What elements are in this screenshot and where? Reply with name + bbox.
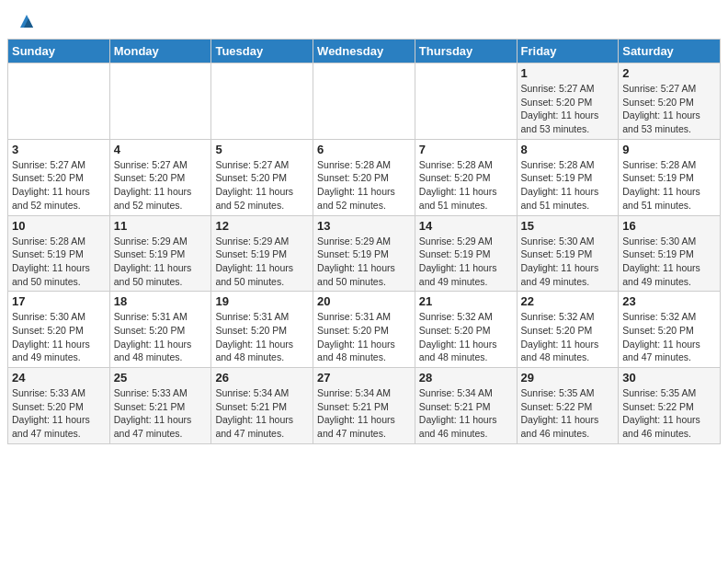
calendar-cell: 22Sunrise: 5:32 AM Sunset: 5:20 PM Dayli… [517, 292, 619, 368]
day-info: Sunrise: 5:33 AM Sunset: 5:20 PM Dayligh… [12, 386, 106, 441]
day-number: 16 [622, 219, 716, 233]
calendar-cell [8, 63, 110, 140]
day-info: Sunrise: 5:35 AM Sunset: 5:22 PM Dayligh… [622, 386, 716, 441]
calendar-week-row: 10Sunrise: 5:28 AM Sunset: 5:19 PM Dayli… [8, 215, 721, 292]
calendar-cell: 4Sunrise: 5:27 AM Sunset: 5:20 PM Daylig… [109, 139, 211, 215]
calendar-cell: 6Sunrise: 5:28 AM Sunset: 5:20 PM Daylig… [313, 139, 415, 215]
day-number: 17 [12, 294, 106, 308]
calendar-cell: 9Sunrise: 5:28 AM Sunset: 5:19 PM Daylig… [619, 139, 721, 215]
logo [15, 11, 37, 31]
day-info: Sunrise: 5:27 AM Sunset: 5:20 PM Dayligh… [215, 158, 309, 213]
calendar-cell: 7Sunrise: 5:28 AM Sunset: 5:20 PM Daylig… [415, 139, 517, 215]
day-info: Sunrise: 5:29 AM Sunset: 5:19 PM Dayligh… [215, 235, 309, 289]
day-number: 21 [419, 294, 513, 308]
day-number: 9 [622, 143, 716, 156]
day-info: Sunrise: 5:34 AM Sunset: 5:21 PM Dayligh… [215, 386, 309, 441]
day-info: Sunrise: 5:28 AM Sunset: 5:20 PM Dayligh… [419, 158, 513, 213]
day-number: 30 [622, 371, 716, 385]
header [0, 0, 728, 39]
day-number: 23 [622, 294, 716, 308]
day-info: Sunrise: 5:27 AM Sunset: 5:20 PM Dayligh… [622, 82, 716, 136]
calendar-cell: 13Sunrise: 5:29 AM Sunset: 5:19 PM Dayli… [313, 215, 415, 292]
day-info: Sunrise: 5:32 AM Sunset: 5:20 PM Dayligh… [521, 310, 615, 364]
day-info: Sunrise: 5:31 AM Sunset: 5:20 PM Dayligh… [114, 310, 208, 364]
day-number: 29 [521, 371, 615, 385]
day-number: 4 [114, 143, 208, 156]
day-info: Sunrise: 5:28 AM Sunset: 5:20 PM Dayligh… [317, 158, 411, 213]
day-info: Sunrise: 5:27 AM Sunset: 5:20 PM Dayligh… [114, 158, 208, 213]
day-info: Sunrise: 5:30 AM Sunset: 5:19 PM Dayligh… [521, 235, 615, 289]
calendar-day-header-tuesday: Tuesday [211, 40, 313, 63]
calendar-cell: 5Sunrise: 5:27 AM Sunset: 5:20 PM Daylig… [211, 139, 313, 215]
day-number: 5 [215, 143, 309, 156]
calendar-day-header-sunday: Sunday [8, 40, 110, 63]
day-info: Sunrise: 5:28 AM Sunset: 5:19 PM Dayligh… [622, 158, 716, 213]
calendar-cell: 21Sunrise: 5:32 AM Sunset: 5:20 PM Dayli… [415, 292, 517, 368]
calendar-cell: 18Sunrise: 5:31 AM Sunset: 5:20 PM Dayli… [109, 292, 211, 368]
day-info: Sunrise: 5:29 AM Sunset: 5:19 PM Dayligh… [114, 235, 208, 289]
calendar-cell: 20Sunrise: 5:31 AM Sunset: 5:20 PM Dayli… [313, 292, 415, 368]
day-info: Sunrise: 5:29 AM Sunset: 5:19 PM Dayligh… [317, 235, 411, 289]
calendar-cell [313, 63, 415, 140]
day-info: Sunrise: 5:34 AM Sunset: 5:21 PM Dayligh… [317, 386, 411, 441]
day-number: 1 [521, 66, 615, 80]
calendar-cell: 10Sunrise: 5:28 AM Sunset: 5:19 PM Dayli… [8, 215, 110, 292]
calendar-cell: 11Sunrise: 5:29 AM Sunset: 5:19 PM Dayli… [109, 215, 211, 292]
calendar-week-row: 24Sunrise: 5:33 AM Sunset: 5:20 PM Dayli… [8, 368, 721, 444]
day-number: 6 [317, 143, 411, 156]
day-info: Sunrise: 5:32 AM Sunset: 5:20 PM Dayligh… [622, 310, 716, 364]
day-number: 8 [521, 143, 615, 156]
calendar-week-row: 1Sunrise: 5:27 AM Sunset: 5:20 PM Daylig… [8, 63, 721, 140]
calendar-week-row: 3Sunrise: 5:27 AM Sunset: 5:20 PM Daylig… [8, 139, 721, 215]
day-number: 19 [215, 294, 309, 308]
day-info: Sunrise: 5:29 AM Sunset: 5:19 PM Dayligh… [419, 235, 513, 289]
day-number: 22 [521, 294, 615, 308]
calendar-cell: 24Sunrise: 5:33 AM Sunset: 5:20 PM Dayli… [8, 368, 110, 444]
calendar-cell [211, 63, 313, 140]
day-info: Sunrise: 5:31 AM Sunset: 5:20 PM Dayligh… [317, 310, 411, 364]
calendar-header-row: SundayMondayTuesdayWednesdayThursdayFrid… [8, 40, 721, 63]
day-info: Sunrise: 5:30 AM Sunset: 5:20 PM Dayligh… [12, 310, 106, 364]
day-number: 13 [317, 219, 411, 233]
day-number: 11 [114, 219, 208, 233]
logo-icon [17, 11, 37, 31]
calendar-day-header-wednesday: Wednesday [313, 40, 415, 63]
calendar-cell: 19Sunrise: 5:31 AM Sunset: 5:20 PM Dayli… [211, 292, 313, 368]
day-number: 18 [114, 294, 208, 308]
calendar-cell: 2Sunrise: 5:27 AM Sunset: 5:20 PM Daylig… [619, 63, 721, 140]
calendar-day-header-thursday: Thursday [415, 40, 517, 63]
day-number: 27 [317, 371, 411, 385]
day-info: Sunrise: 5:31 AM Sunset: 5:20 PM Dayligh… [215, 310, 309, 364]
day-number: 2 [622, 66, 716, 80]
calendar-cell: 17Sunrise: 5:30 AM Sunset: 5:20 PM Dayli… [8, 292, 110, 368]
day-info: Sunrise: 5:33 AM Sunset: 5:21 PM Dayligh… [114, 386, 208, 441]
calendar-cell: 25Sunrise: 5:33 AM Sunset: 5:21 PM Dayli… [109, 368, 211, 444]
day-info: Sunrise: 5:27 AM Sunset: 5:20 PM Dayligh… [12, 158, 106, 213]
day-number: 28 [419, 371, 513, 385]
calendar-cell: 27Sunrise: 5:34 AM Sunset: 5:21 PM Dayli… [313, 368, 415, 444]
day-number: 10 [12, 219, 106, 233]
day-number: 15 [521, 219, 615, 233]
calendar-cell: 3Sunrise: 5:27 AM Sunset: 5:20 PM Daylig… [8, 139, 110, 215]
day-number: 24 [12, 371, 106, 385]
day-number: 20 [317, 294, 411, 308]
calendar-day-header-saturday: Saturday [619, 40, 721, 63]
calendar-cell: 16Sunrise: 5:30 AM Sunset: 5:19 PM Dayli… [619, 215, 721, 292]
day-number: 12 [215, 219, 309, 233]
day-info: Sunrise: 5:34 AM Sunset: 5:21 PM Dayligh… [419, 386, 513, 441]
day-number: 25 [114, 371, 208, 385]
calendar-cell [415, 63, 517, 140]
calendar-cell: 12Sunrise: 5:29 AM Sunset: 5:19 PM Dayli… [211, 215, 313, 292]
calendar-cell: 23Sunrise: 5:32 AM Sunset: 5:20 PM Dayli… [619, 292, 721, 368]
day-number: 14 [419, 219, 513, 233]
calendar-table: SundayMondayTuesdayWednesdayThursdayFrid… [7, 39, 721, 444]
calendar-cell: 28Sunrise: 5:34 AM Sunset: 5:21 PM Dayli… [415, 368, 517, 444]
calendar-cell: 1Sunrise: 5:27 AM Sunset: 5:20 PM Daylig… [517, 63, 619, 140]
day-info: Sunrise: 5:30 AM Sunset: 5:19 PM Dayligh… [622, 235, 716, 289]
day-info: Sunrise: 5:27 AM Sunset: 5:20 PM Dayligh… [521, 82, 615, 136]
day-info: Sunrise: 5:28 AM Sunset: 5:19 PM Dayligh… [12, 235, 106, 289]
calendar-cell: 30Sunrise: 5:35 AM Sunset: 5:22 PM Dayli… [619, 368, 721, 444]
day-number: 26 [215, 371, 309, 385]
day-number: 3 [12, 143, 106, 156]
calendar-cell: 29Sunrise: 5:35 AM Sunset: 5:22 PM Dayli… [517, 368, 619, 444]
